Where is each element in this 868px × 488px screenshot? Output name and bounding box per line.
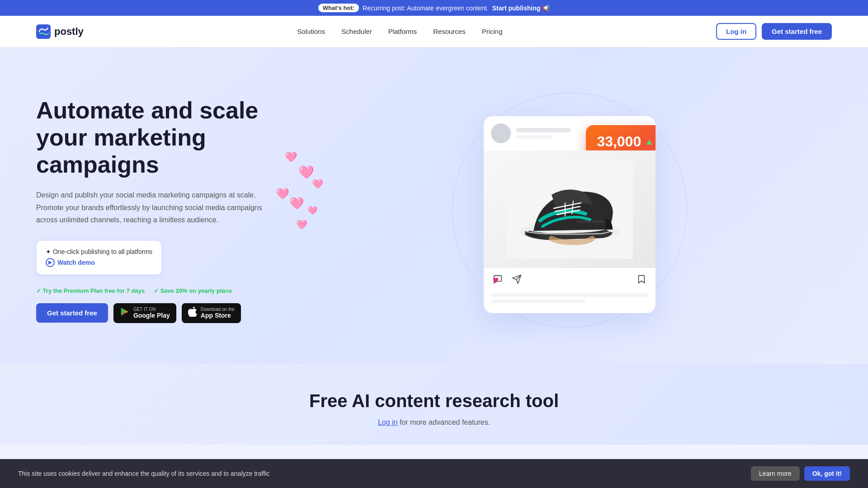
google-play-text: GET IT ON Google Play bbox=[133, 307, 170, 319]
post-name-line1 bbox=[516, 128, 571, 132]
hero-checks: ✓ Try the Premium Plan free for 7 days ✓… bbox=[36, 287, 307, 294]
logo-text: postly bbox=[54, 26, 84, 38]
free-ai-subtitle: Log in for more advanced features. bbox=[36, 418, 832, 427]
free-ai-login-link[interactable]: Log in bbox=[378, 418, 398, 426]
get-started-hero-button[interactable]: Get started free bbox=[36, 303, 108, 323]
post-avatar bbox=[491, 123, 511, 143]
nav-links: Solutions Scheduler Platforms Resources … bbox=[297, 28, 502, 36]
get-started-nav-button[interactable]: Get started free bbox=[762, 23, 832, 40]
nav-item-solutions[interactable]: Solutions bbox=[297, 28, 325, 35]
heart-1: 🩷 bbox=[298, 165, 314, 180]
hero-description: Design and publish your social media mar… bbox=[36, 189, 262, 226]
nav-item-pricing[interactable]: Pricing bbox=[482, 28, 503, 35]
svg-rect-0 bbox=[36, 24, 51, 39]
app-store-text: Download on the App Store bbox=[201, 307, 235, 319]
free-ai-subtitle-suffix: for more advanced features. bbox=[398, 418, 491, 426]
app-store-name: App Store bbox=[201, 312, 231, 319]
watch-demo-text: Watch demo bbox=[57, 259, 95, 266]
apple-icon bbox=[188, 307, 197, 319]
watch-demo-link[interactable]: ▶ Watch demo bbox=[46, 258, 152, 267]
post-description-lines bbox=[484, 293, 656, 313]
like-action-icon[interactable]: ♥ bbox=[493, 274, 499, 286]
hero-title: Automate and scale your marketing campai… bbox=[36, 97, 307, 178]
free-ai-title: Free AI content research tool bbox=[36, 391, 832, 411]
play-icon: ▶ bbox=[46, 258, 55, 267]
hero-section: Automate and scale your marketing campai… bbox=[0, 47, 868, 364]
google-play-icon bbox=[120, 307, 130, 319]
logo-icon bbox=[36, 24, 51, 39]
likes-count: 33,000 bbox=[597, 133, 641, 150]
logo[interactable]: postly bbox=[36, 24, 84, 39]
likes-number: 33,000 ▲ bbox=[597, 133, 654, 150]
check-savings: ✓ Save 20% on yearly plans bbox=[154, 287, 232, 294]
feature-box: ✦ One-click publishing to all platforms … bbox=[36, 240, 162, 275]
share-action-icon[interactable] bbox=[512, 274, 522, 287]
desc-line-1 bbox=[491, 293, 648, 297]
heart-6: 🩷 bbox=[276, 188, 289, 200]
google-play-store-name: Google Play bbox=[133, 312, 170, 319]
login-button[interactable]: Log in bbox=[716, 23, 756, 40]
social-post-card: 33,000 ▲ Likes bbox=[484, 116, 656, 313]
check-premium: ✓ Try the Premium Plan free for 7 days bbox=[36, 287, 145, 294]
nav-item-scheduler[interactable]: Scheduler bbox=[341, 28, 372, 35]
top-banner: What's hot: Recurring post: Automate eve… bbox=[0, 0, 868, 16]
nav-actions: Log in Get started free bbox=[716, 23, 832, 40]
heart-2: 🩷 bbox=[312, 178, 323, 189]
post-image: CALVIN KLEIN bbox=[484, 150, 656, 268]
heart-4: 🩷 bbox=[289, 197, 304, 211]
hero-buttons: Get started free GET IT ON Google Play bbox=[36, 303, 307, 323]
google-play-label: GET IT ON bbox=[133, 307, 156, 312]
free-ai-section: Free AI content research tool Log in for… bbox=[0, 364, 868, 445]
hero-left: Automate and scale your marketing campai… bbox=[36, 97, 307, 323]
nav-item-resources[interactable]: Resources bbox=[433, 28, 466, 35]
app-store-button[interactable]: Download on the App Store bbox=[182, 303, 241, 323]
heart-5: 🩷 bbox=[307, 206, 317, 216]
hero-illustration: 🩷 🩷 🩷 🩷 🩷 🩷 🩷 33,000 ▲ Likes bbox=[307, 97, 832, 323]
likes-arrow-icon: ▲ bbox=[645, 136, 654, 147]
heart-3: 🩷 bbox=[285, 151, 297, 163]
nav-item-platforms[interactable]: Platforms bbox=[388, 28, 417, 35]
feature-label: ✦ One-click publishing to all platforms bbox=[46, 248, 152, 255]
navbar: postly Solutions Scheduler Platforms Res… bbox=[0, 16, 868, 47]
shoe-illustration: CALVIN KLEIN bbox=[506, 160, 633, 259]
bookmark-action-icon[interactable] bbox=[637, 274, 646, 287]
svg-text:CALVIN KLEIN: CALVIN KLEIN bbox=[576, 219, 604, 224]
post-actions: ♥ bbox=[484, 268, 656, 293]
google-play-button[interactable]: GET IT ON Google Play bbox=[113, 303, 176, 323]
desc-line-2 bbox=[491, 300, 585, 303]
heart-7: 🩷 bbox=[296, 219, 307, 230]
banner-cta-link[interactable]: Start publishing 📢 bbox=[492, 5, 550, 12]
whats-hot-badge: What's hot: bbox=[318, 4, 359, 12]
app-store-small-label: Download on the bbox=[201, 307, 235, 312]
post-action-left: ♥ bbox=[493, 274, 522, 287]
post-name-line2 bbox=[516, 135, 552, 139]
banner-text: Recurring post: Automate evergreen conte… bbox=[363, 5, 489, 12]
